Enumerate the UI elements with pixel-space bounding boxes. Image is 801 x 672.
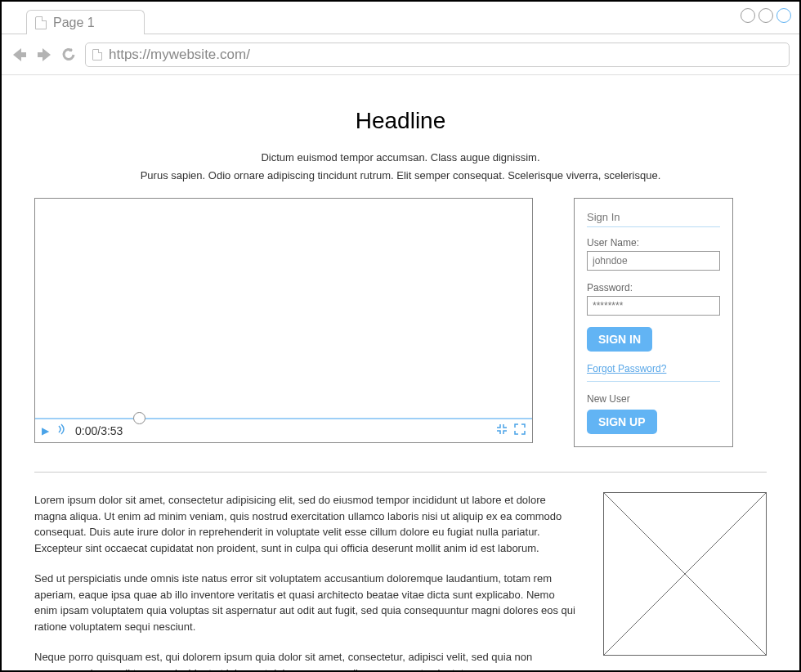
nav-bar: https://mywebsite.com/ <box>2 34 799 75</box>
page-icon <box>35 16 47 29</box>
fullscreen-icon[interactable] <box>514 423 526 438</box>
url-bar[interactable]: https://mywebsite.com/ <box>85 43 790 67</box>
username-input[interactable] <box>587 251 720 271</box>
window-control-2[interactable] <box>758 8 773 23</box>
divider <box>587 381 720 382</box>
divider <box>587 226 720 227</box>
browser-tab-bar: Page 1 <box>2 2 799 34</box>
subhead-line-2: Purus sapien. Odio ornare adipiscing tin… <box>34 167 767 185</box>
seek-track[interactable] <box>35 418 532 419</box>
page-subhead: Dictum euismod tempor accumsan. Class au… <box>34 149 767 185</box>
paragraph-2: Sed ut perspiciatis unde omnis iste natu… <box>34 571 579 634</box>
subhead-line-1: Dictum euismod tempor accumsan. Class au… <box>34 149 767 167</box>
page-icon <box>92 49 102 60</box>
window-control-1[interactable] <box>741 8 755 23</box>
video-time: 0:00/3:53 <box>75 424 123 437</box>
volume-icon[interactable] <box>57 423 65 437</box>
forward-button[interactable] <box>36 47 52 63</box>
browser-tab[interactable]: Page 1 <box>26 10 145 34</box>
page-headline: Headline <box>34 108 767 134</box>
section-divider <box>34 472 767 473</box>
body-text: Lorem ipsum dolor sit amet, consectetur … <box>34 492 579 672</box>
password-label: Password: <box>587 282 720 293</box>
video-area[interactable] <box>35 199 532 418</box>
signin-panel: Sign In User Name: Password: SIGN IN For… <box>574 198 733 447</box>
username-label: User Name: <box>587 237 720 249</box>
signin-button[interactable]: SIGN IN <box>587 327 652 352</box>
paragraph-3: Neque porro quisquam est, qui dolorem ip… <box>34 649 579 672</box>
refresh-button[interactable] <box>60 47 77 63</box>
signup-button[interactable]: SIGN UP <box>587 410 657 434</box>
seek-thumb[interactable] <box>133 412 145 424</box>
play-icon[interactable]: ▶ <box>42 425 49 437</box>
video-controls: ▶ 0:00/3:53 <box>35 418 532 442</box>
url-text: https://mywebsite.com/ <box>109 47 250 63</box>
shrink-icon[interactable] <box>496 423 508 438</box>
video-player[interactable]: ▶ 0:00/3:53 <box>34 198 533 443</box>
back-button[interactable] <box>11 47 28 63</box>
page-content: Headline Dictum euismod tempor accumsan.… <box>2 75 799 672</box>
forgot-password-link[interactable]: Forgot Password? <box>587 363 666 374</box>
image-placeholder <box>603 492 767 656</box>
newuser-label: New User <box>587 393 720 405</box>
window-controls <box>741 8 791 23</box>
password-input[interactable] <box>587 296 720 316</box>
window-control-3[interactable] <box>776 8 791 23</box>
signin-title: Sign In <box>587 211 720 223</box>
paragraph-1: Lorem ipsum dolor sit amet, consectetur … <box>34 492 579 556</box>
tab-label: Page 1 <box>53 16 95 30</box>
